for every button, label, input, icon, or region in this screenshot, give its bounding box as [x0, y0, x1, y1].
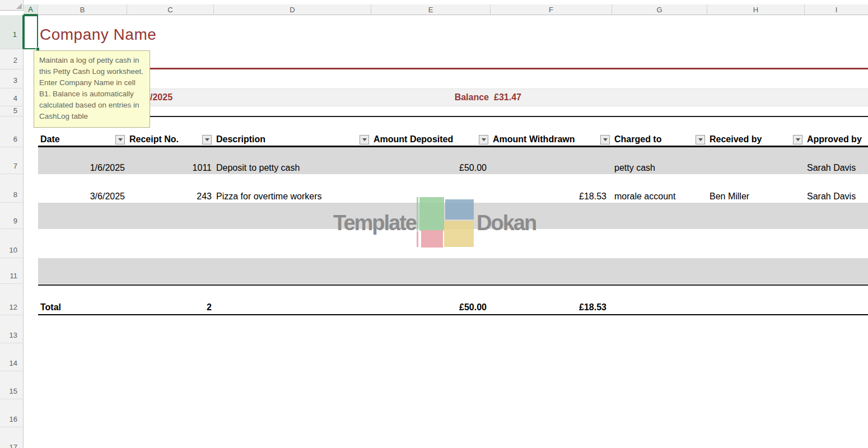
row-header-4[interactable]: 4 [0, 88, 24, 106]
total-withdrawn[interactable]: £18.53 [491, 302, 606, 312]
total-top-border [38, 284, 868, 286]
header-received-by[interactable]: Received by [710, 134, 762, 144]
filter-dropdown-button[interactable] [793, 135, 802, 144]
header-description[interactable]: Description [216, 134, 265, 144]
filter-dropdown-button[interactable] [202, 135, 212, 144]
cell-receipt[interactable]: 1011 [127, 163, 212, 173]
row-header-1[interactable]: 1 [0, 15, 24, 49]
tooltip-line: Maintain a log of petty cash in [39, 55, 147, 66]
watermark-logo-blue [445, 199, 474, 220]
row-header-6[interactable]: 6 [0, 116, 24, 147]
row-header-15[interactable]: 15 [0, 371, 24, 399]
filter-dropdown-button[interactable] [479, 135, 488, 144]
chevron-down-icon [205, 138, 209, 141]
cell-date[interactable]: 3/6/2025 [38, 192, 125, 202]
header-amount-withdrawn[interactable]: Amount Withdrawn [493, 134, 575, 144]
watermark-logo [417, 197, 418, 231]
column-header-a[interactable]: A [24, 4, 38, 15]
header-receipt-no[interactable]: Receipt No. [129, 134, 179, 144]
row-header-9[interactable]: 9 [0, 203, 24, 229]
total-bottom-border [38, 314, 868, 315]
chevron-down-icon [118, 138, 123, 141]
cell-received-by[interactable]: Ben Miller [710, 192, 749, 202]
column-header-c[interactable]: C [127, 4, 214, 15]
watermark-text-right: Dokan [477, 211, 536, 235]
chevron-down-icon [482, 138, 486, 141]
row-header-3[interactable]: 3 [0, 69, 24, 88]
period-date-cell[interactable]: /2025 [150, 92, 172, 102]
row-header-14[interactable]: 14 [0, 343, 24, 371]
select-all-triangle-icon [16, 3, 22, 9]
row-header-2[interactable]: 2 [0, 49, 24, 69]
row-header-17[interactable]: 17 [0, 427, 24, 448]
tooltip-line: Enter Company Name in cell [39, 77, 147, 88]
row-header-8[interactable]: 8 [0, 174, 24, 203]
row-header-7[interactable]: 7 [0, 147, 24, 174]
header-amount-deposited[interactable]: Amount Deposited [374, 134, 453, 144]
total-count[interactable]: 2 [127, 302, 212, 312]
row-header-5[interactable]: 5 [0, 106, 24, 116]
selected-cell-outline[interactable] [24, 15, 38, 49]
header-charged-to[interactable]: Charged to [614, 134, 661, 144]
column-header-e[interactable]: E [371, 4, 491, 15]
column-header-g[interactable]: G [612, 4, 707, 15]
header-approved-by[interactable]: Approved by [807, 134, 862, 144]
cell-withdrawn[interactable]: £18.53 [491, 192, 606, 202]
cell-description[interactable]: Pizza for overtime workers [216, 192, 322, 202]
cell-approved-by[interactable]: Sarah Davis [807, 163, 856, 173]
balance-label[interactable]: Balance [371, 92, 489, 102]
cell-date[interactable]: 1/6/2025 [38, 163, 125, 173]
tooltip-line: calculated based on entries in [39, 100, 147, 111]
tooltip-line: CashLog table [39, 111, 147, 122]
filter-dropdown-button[interactable] [360, 135, 369, 144]
chevron-down-icon [362, 138, 367, 141]
cell-deposited[interactable]: £50.00 [371, 163, 487, 173]
maroon-divider [38, 68, 868, 69]
chevron-down-icon [603, 138, 608, 141]
filter-dropdown-button[interactable] [115, 135, 125, 144]
tooltip-line: this Petty Cash Log worksheet. [39, 66, 147, 77]
company-name-cell[interactable]: Company Name [40, 26, 156, 44]
cell-charged-to[interactable]: morale account [614, 192, 675, 202]
watermark-logo-yellow [444, 221, 474, 247]
total-deposited[interactable]: £50.00 [371, 302, 487, 312]
row-header-12[interactable]: 12 [0, 284, 24, 315]
chevron-down-icon [796, 138, 800, 141]
watermark-logo-green [419, 197, 444, 231]
column-header-d[interactable]: D [214, 4, 371, 15]
column-header-h[interactable]: H [707, 4, 805, 15]
cell-charged-to[interactable]: petty cash [614, 163, 655, 173]
watermark-text-left: Template [280, 211, 416, 235]
row-header-13[interactable]: 13 [0, 315, 24, 343]
balance-value[interactable]: £31.47 [494, 92, 521, 102]
column-header-i[interactable]: I [805, 4, 868, 15]
filter-dropdown-button[interactable] [600, 135, 610, 144]
cell-receipt[interactable]: 243 [127, 192, 212, 202]
watermark-logo-red [421, 230, 443, 248]
banded-row [38, 258, 868, 284]
column-header-f[interactable]: F [491, 4, 612, 15]
select-all-corner[interactable] [0, 0, 24, 11]
tooltip-line: B1. Balance is automatically [39, 88, 147, 100]
thin-divider [38, 116, 868, 117]
cell-description[interactable]: Deposit to petty cash [216, 163, 300, 173]
header-date[interactable]: Date [40, 134, 60, 144]
column-header-b[interactable]: B [38, 4, 127, 15]
row-header-11[interactable]: 11 [0, 258, 24, 284]
watermark-logo [417, 231, 418, 247]
filter-dropdown-button[interactable] [696, 135, 705, 144]
cell-note-tooltip: Maintain a log of petty cash in this Pet… [34, 50, 150, 128]
total-label[interactable]: Total [40, 302, 61, 312]
row-header-16[interactable]: 16 [0, 399, 24, 427]
spreadsheet-canvas: A B C D E F G H I 1 2 3 4 5 6 7 8 9 10 1… [0, 0, 868, 448]
row-header-10[interactable]: 10 [0, 229, 24, 258]
chevron-down-icon [698, 138, 703, 141]
cell-approved-by[interactable]: Sarah Davis [807, 192, 856, 202]
